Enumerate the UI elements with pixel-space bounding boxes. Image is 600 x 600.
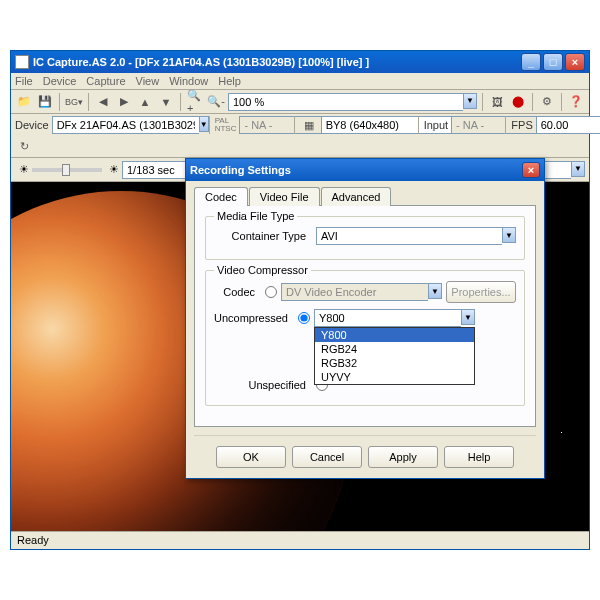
apply-button[interactable]: Apply: [368, 446, 438, 468]
down-icon[interactable]: ▼: [157, 93, 175, 111]
chevron-down-icon[interactable]: ▼: [571, 161, 585, 177]
codec-label: Codec: [214, 286, 255, 298]
menu-window[interactable]: Window: [169, 75, 208, 87]
recording-settings-dialog: Recording Settings × Codec Video File Ad…: [185, 158, 545, 479]
zoom-dropdown-icon[interactable]: ▼: [463, 93, 477, 109]
dialog-titlebar: Recording Settings ×: [186, 159, 544, 181]
container-type-combo[interactable]: [316, 227, 502, 245]
chevron-down-icon[interactable]: ▼: [461, 309, 475, 325]
close-button[interactable]: ×: [565, 53, 585, 71]
cancel-button[interactable]: Cancel: [292, 446, 362, 468]
right-icon[interactable]: ▶: [115, 93, 133, 111]
container-type-label: Container Type: [214, 230, 306, 242]
device-combo[interactable]: [52, 116, 199, 134]
save-icon[interactable]: 💾: [36, 93, 54, 111]
group-media-file-type: Media File Type Container Type ▼: [205, 216, 525, 260]
snap-icon[interactable]: 🖼: [488, 93, 506, 111]
tab-panel-codec: Media File Type Container Type ▼ Video C…: [194, 205, 536, 427]
toolbar-main: 📁 💾 BG▾ ◀ ▶ ▲ ▼ 🔍+ 🔍- ▼ 🖼 ⬤ ⚙ ❓: [11, 90, 589, 114]
menu-bar: File Device Capture View Window Help: [11, 73, 589, 90]
zoom-out-icon[interactable]: 🔍-: [207, 93, 225, 111]
dialog-tabs: Codec Video File Advanced: [194, 187, 536, 206]
uncompressed-label: Uncompressed: [214, 312, 288, 324]
group-title-compressor: Video Compressor: [214, 264, 311, 276]
codec-radio[interactable]: [265, 286, 277, 298]
maximize-button[interactable]: □: [543, 53, 563, 71]
properties-button[interactable]: Properties...: [446, 281, 516, 303]
zoom-input[interactable]: [228, 93, 463, 111]
option-uyvy[interactable]: UYVY: [315, 370, 474, 384]
device-label: Device: [15, 119, 49, 131]
bg-icon[interactable]: BG▾: [65, 93, 83, 111]
dialog-title: Recording Settings: [190, 164, 522, 176]
fps-label: FPS: [511, 119, 532, 131]
menu-capture[interactable]: Capture: [86, 75, 125, 87]
main-titlebar: IC Capture.AS 2.0 - [DFx 21AF04.AS (1301…: [11, 51, 589, 73]
app-icon: [15, 55, 29, 69]
status-bar: Ready: [11, 531, 589, 549]
help-button[interactable]: Help: [444, 446, 514, 468]
open-icon[interactable]: 📁: [15, 93, 33, 111]
main-window-title: IC Capture.AS 2.0 - [DFx 21AF04.AS (1301…: [33, 56, 521, 68]
option-y800[interactable]: Y800: [315, 328, 474, 342]
codec-combo[interactable]: [281, 283, 428, 301]
group-video-compressor: Video Compressor Codec ▼ Properties... U…: [205, 270, 525, 406]
palntsc-label: PALNTSC: [215, 117, 237, 133]
zoom-in-icon[interactable]: 🔍+: [186, 93, 204, 111]
chevron-down-icon[interactable]: ▼: [502, 227, 516, 243]
format-icon[interactable]: ▦: [300, 116, 318, 134]
chevron-down-icon[interactable]: ▼: [199, 116, 209, 132]
toolbar-device: Device ▼ PALNTSC ▼ ▦ ▼ Input ▼ FPS ▼ ↻: [11, 114, 589, 158]
status-text: Ready: [17, 534, 49, 546]
dialog-button-row: OK Cancel Apply Help: [194, 435, 536, 468]
help-icon[interactable]: ❓: [567, 93, 585, 111]
menu-device[interactable]: Device: [43, 75, 77, 87]
chevron-down-icon[interactable]: ▼: [428, 283, 442, 299]
tab-advanced[interactable]: Advanced: [321, 187, 392, 206]
uncompressed-combo[interactable]: [314, 309, 461, 327]
option-rgb24[interactable]: RGB24: [315, 342, 474, 356]
input-label: Input: [424, 119, 448, 131]
minimize-button[interactable]: _: [521, 53, 541, 71]
uncompressed-radio[interactable]: [298, 312, 310, 324]
brightness-low-icon: ☀: [19, 163, 29, 176]
tab-codec[interactable]: Codec: [194, 187, 248, 206]
record-icon[interactable]: ⬤: [509, 93, 527, 111]
slider-thumb[interactable]: [62, 164, 70, 176]
unspecified-label: Unspecified: [214, 379, 306, 391]
brightness-slider[interactable]: [32, 168, 102, 172]
dialog-close-button[interactable]: ×: [522, 162, 540, 178]
menu-file[interactable]: File: [15, 75, 33, 87]
menu-view[interactable]: View: [136, 75, 160, 87]
refresh-icon[interactable]: ↻: [15, 137, 33, 155]
group-title-media: Media File Type: [214, 210, 297, 222]
uncompressed-dropdown-list: Y800 RGB24 RGB32 UYVY: [314, 327, 475, 385]
left-icon[interactable]: ◀: [94, 93, 112, 111]
menu-help[interactable]: Help: [218, 75, 241, 87]
settings-icon[interactable]: ⚙: [538, 93, 556, 111]
fps-combo[interactable]: [536, 116, 600, 134]
tab-video-file[interactable]: Video File: [249, 187, 320, 206]
brightness-high-icon: ☀: [109, 163, 119, 176]
ok-button[interactable]: OK: [216, 446, 286, 468]
up-icon[interactable]: ▲: [136, 93, 154, 111]
option-rgb32[interactable]: RGB32: [315, 356, 474, 370]
